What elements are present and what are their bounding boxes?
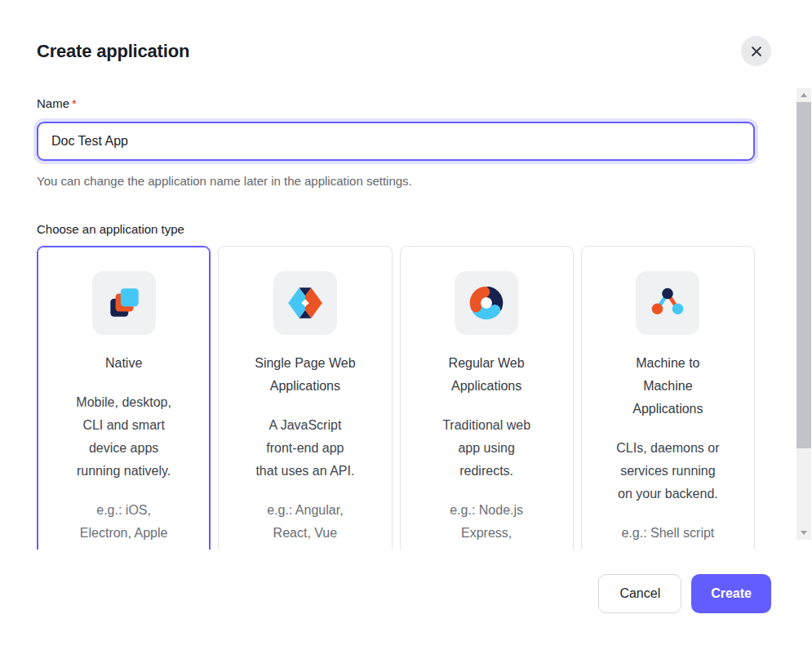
name-help-text: You can change the application name late… [37,174,755,188]
name-label-text: Name [37,96,69,110]
triangle-up-icon [801,93,807,97]
app-type-card-machine-to-machine[interactable]: Machine toMachineApplications CLIs, daem… [581,246,755,550]
split-diamond-icon [273,271,337,335]
scrollbar-track[interactable] [796,88,811,540]
card-title: Regular WebApplications [409,352,565,398]
app-type-card-single-page-web[interactable]: Single Page WebApplications A JavaScript… [218,246,392,550]
card-description: Mobile, desktop,CLI and smartdevice apps… [46,391,202,483]
card-title: Single Page WebApplications [227,352,383,398]
application-name-input[interactable] [37,122,755,161]
stacked-squares-icon [92,271,156,335]
application-type-grid: Native Mobile, desktop,CLI and smartdevi… [37,246,755,550]
card-description: A JavaScriptfront-end appthat uses an AP… [227,414,383,483]
modal-title: Create application [37,41,189,62]
name-label: Name* [37,96,755,110]
app-type-card-regular-web[interactable]: Regular WebApplications Traditional weba… [400,246,574,550]
app-type-card-native[interactable]: Native Mobile, desktop,CLI and smartdevi… [37,246,211,550]
close-button[interactable] [741,36,771,66]
linked-nodes-icon [636,271,699,335]
scroll-up-button[interactable] [796,88,811,102]
scroll-down-button[interactable] [796,526,811,540]
segmented-ring-icon [455,271,518,335]
required-asterisk: * [72,96,77,110]
card-examples: e.g.: iOS,Electron, Apple [46,499,202,545]
card-description: CLIs, daemons orservices runningon your … [590,437,746,505]
modal-footer: Cancel Create [0,550,812,613]
create-button[interactable]: Create [691,574,771,613]
form-content: Name* You can change the application nam… [0,88,812,550]
triangle-down-icon [801,531,807,535]
scrollbar-thumb[interactable] [796,102,811,448]
card-description: Traditional webapp usingredirects. [409,414,565,483]
application-type-label: Choose an application type [37,222,755,236]
cancel-button[interactable]: Cancel [598,574,681,613]
modal-header: Create application [0,0,812,66]
x-close-icon [751,46,762,57]
card-title: Native [46,352,202,375]
card-examples: e.g.: Angular,React, Vue [227,499,383,545]
card-title: Machine toMachineApplications [590,352,746,421]
card-examples: e.g.: Shell script [590,522,746,545]
card-examples: e.g.: Node.jsExpress, [409,499,565,545]
scrollable-form-area: Name* You can change the application nam… [0,88,812,550]
